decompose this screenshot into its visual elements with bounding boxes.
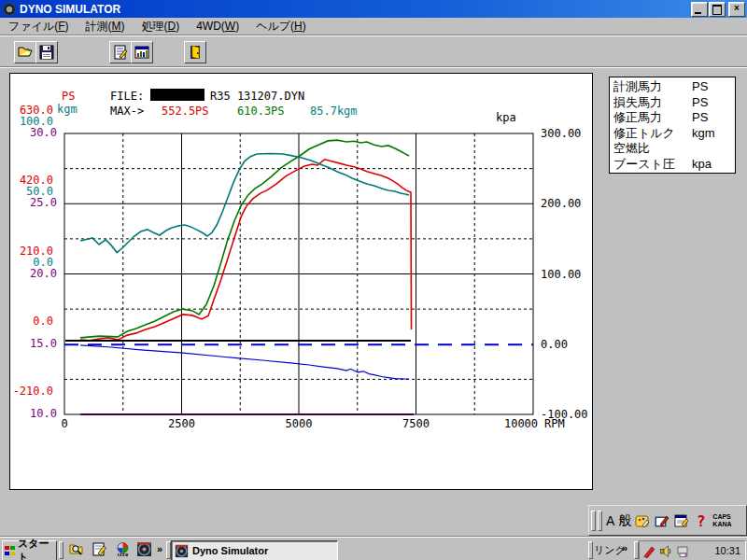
curve-measured_power [80,160,411,341]
start-label: スタート [18,537,56,560]
menu-item-h[interactable]: ヘルプ(H) [247,19,315,34]
taskbar-grip[interactable] [59,541,63,559]
dictionary-pen-icon[interactable] [654,512,670,529]
notepad-pencil-icon[interactable] [92,541,107,557]
legend-series-name: 空燃比 [613,141,692,157]
svg-text:?: ? [697,512,706,529]
window-title: DYNO SIMULATOR [20,3,120,16]
ime-grip[interactable] [598,511,602,531]
left-axis-unit-ps: PS [62,90,75,103]
left-axis-unit-kgm: kgm [57,103,78,116]
links-toolbar-label[interactable]: リンク [594,543,626,557]
menu-item-m[interactable]: 計測(M) [77,19,133,34]
media-ball-icon[interactable] [115,541,131,557]
right-axis-tick-kpa: -100.00 [541,408,588,421]
measure-report-button[interactable] [109,41,132,63]
legend-row: 空燃比 [613,141,735,157]
title-bar[interactable]: DYNO SIMULATOR × [0,0,747,18]
links-chevron[interactable]: » [622,542,627,553]
toolbar [0,35,747,67]
taskbar: スタート » Dyno Simulator リン [0,537,747,560]
max-torque: 85.7kgm [310,105,358,118]
dyno-plot: PS kgm FILE: R35 131207.DYN MAX-> 552.5P… [10,74,590,487]
left-axis-tick-afr: 20.0 [30,267,57,280]
save-floppy-icon [38,44,55,61]
legend-row: 損失馬力PS [613,95,735,111]
legend-series-name: 計測馬力 [613,79,692,95]
axis-labels: 630.0420.0210.00.0-210.0100.050.00.030.0… [13,104,588,430]
legend-series-unit: PS [692,79,708,95]
dyno-chart-panel: PS kgm FILE: R35 131207.DYN MAX-> 552.5P… [9,73,593,490]
right-axis-tick-kpa: 0.00 [541,338,568,351]
graph-view-button[interactable] [131,41,153,63]
menu-bar: ファイル(F)計測(M)処理(D)4WD(W)ヘルプ(H) [0,18,747,35]
x-axis-tick-rpm: 2500 [168,417,195,430]
data-curves [65,140,414,414]
taskbar-grip[interactable] [588,541,593,559]
system-tray: 10:31 [639,540,746,560]
menu-item-f[interactable]: ファイル(F) [0,19,77,34]
save-button[interactable] [35,41,58,63]
minimize-icon [695,12,701,14]
ime-input-mode-alpha[interactable]: A [606,513,614,528]
legend-row: 修正トルクkgm [613,126,735,142]
open-file-button[interactable] [14,41,36,63]
ime-pad-icon[interactable] [634,512,651,529]
legend-series-name: 損失馬力 [613,95,692,111]
task-button-label: Dyno Simulator [192,545,268,556]
legend-row: ブースト圧kpa [613,157,735,173]
x-axis-tick-rpm: 10000 [504,417,538,430]
file-label: FILE: [110,90,144,103]
max-measured-power: 552.5PS [162,105,209,118]
desktop: { "window": { "title": "DYNO SIMULATOR",… [0,0,747,560]
curve-loss_power [80,345,409,379]
right-axis-tick-kpa: 200.00 [541,197,581,210]
legend-row: 修正馬力PS [613,110,735,126]
app-icon[interactable] [3,3,16,16]
left-axis-tick-afr: 30.0 [30,126,57,139]
search-folder-icon[interactable] [68,541,84,557]
start-button[interactable]: スタート [2,540,57,560]
ime-caps-kana-indicator[interactable]: CAPS KANA [712,513,731,528]
ime-conversion-mode[interactable]: 般 [618,512,631,529]
task-button-dyno-simulator[interactable]: Dyno Simulator [171,540,338,560]
dyno-wheel-icon[interactable] [136,541,152,557]
x-axis-tick-rpm: 7500 [402,417,430,430]
window-controls: × [690,2,745,17]
left-axis-tick-afr: 10.0 [30,407,57,420]
speaker-icon[interactable] [659,544,673,558]
ime-toolbar[interactable]: A 般 ? CAPS KANA [588,505,747,536]
gridlines [64,133,533,414]
device-icon[interactable] [676,544,690,558]
redacted-filename-block [150,89,204,101]
legend-series-name: 修正馬力 [613,110,692,126]
ime-grip[interactable] [591,511,596,531]
legend-box: 計測馬力PS損失馬力PS修正馬力PS修正トルクkgm空燃比ブースト圧kpa [609,77,736,174]
exit-button[interactable] [184,41,206,63]
legend-row: 計測馬力PS [613,79,735,95]
left-axis-tick-ps: -210.0 [13,385,53,398]
legend-series-unit: kpa [692,157,712,173]
close-button[interactable]: × [728,2,745,17]
maximize-button[interactable] [709,2,726,17]
minimize-button[interactable] [691,2,708,17]
graph-window-icon [134,44,150,61]
menu-item-w[interactable]: 4WD(W) [188,19,247,34]
left-axis-tick-afr: 25.0 [30,196,57,209]
legend-series-name: ブースト圧 [613,157,692,173]
maximize-icon [712,5,722,15]
help-icon[interactable]: ? [693,512,710,529]
max-label: MAX-> [110,105,144,118]
menu-item-d[interactable]: 処理(D) [133,19,188,34]
file-name: R35 131207.DYN [210,90,304,103]
pen-icon[interactable] [642,544,656,558]
left-axis-tick-afr: 15.0 [30,337,57,350]
windows-logo-icon [5,546,15,556]
properties-icon[interactable] [673,512,690,529]
left-axis-tick-ps: 0.0 [33,315,53,328]
exit-door-icon [187,44,204,61]
right-axis-title: kpa [496,111,516,124]
taskbar-clock[interactable]: 10:31 [714,545,740,556]
quick-launch-chevron[interactable]: » [157,543,162,554]
x-axis-tick-rpm: 5000 [286,417,313,430]
